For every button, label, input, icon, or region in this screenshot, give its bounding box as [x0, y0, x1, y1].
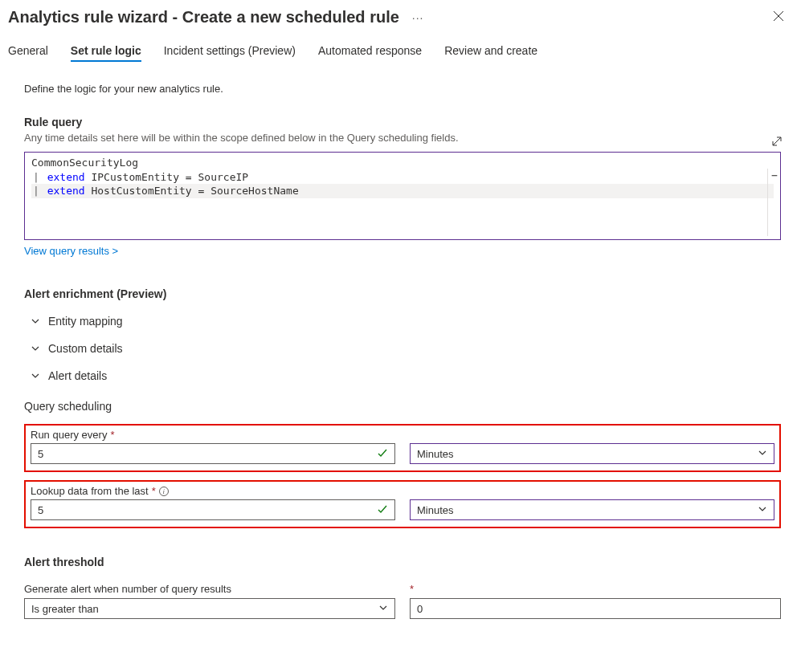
- fold-marker[interactable]: −: [767, 169, 778, 236]
- rule-query-heading: Rule query: [24, 116, 781, 128]
- chevron-down-icon: [378, 603, 388, 615]
- rule-query-subtext: Any time details set here will be within…: [24, 132, 781, 144]
- tab-bar: General Set rule logic Incident settings…: [8, 44, 789, 62]
- chevron-down-icon: [31, 371, 40, 381]
- lookup-data-group: Lookup data from the last* i 5 Minutes: [24, 480, 781, 528]
- lookup-data-value[interactable]: 5: [31, 499, 395, 520]
- run-query-every-value[interactable]: 5: [31, 443, 395, 464]
- chevron-down-icon: [758, 448, 767, 460]
- chevron-down-icon: [758, 504, 767, 516]
- check-icon: [377, 447, 388, 461]
- alert-threshold-heading: Alert threshold: [24, 556, 781, 568]
- view-query-results-link[interactable]: View query results >: [24, 245, 118, 257]
- tab-general[interactable]: General: [8, 44, 48, 62]
- accordion-label: Alert details: [48, 369, 107, 382]
- accordion-entity-mapping[interactable]: Entity mapping: [31, 315, 781, 328]
- query-editor[interactable]: CommonSecurityLog | extend IPCustomEntit…: [24, 152, 781, 240]
- accordion-label: Custom details: [48, 342, 123, 355]
- threshold-operator-select[interactable]: Is greater than: [24, 598, 395, 619]
- tab-set-rule-logic[interactable]: Set rule logic: [71, 44, 141, 62]
- info-icon[interactable]: i: [159, 487, 169, 496]
- close-icon[interactable]: [773, 10, 789, 24]
- run-query-every-label: Run query every*: [31, 429, 774, 441]
- chevron-down-icon: [31, 344, 40, 353]
- threshold-label: Generate alert when number of query resu…: [24, 583, 395, 595]
- expand-icon[interactable]: [771, 136, 783, 149]
- threshold-value-input[interactable]: 0: [410, 598, 781, 619]
- lookup-data-label: Lookup data from the last* i: [31, 485, 774, 497]
- accordion-alert-details[interactable]: Alert details: [31, 369, 781, 382]
- chevron-down-icon: [31, 316, 40, 326]
- page-title: Analytics rule wizard - Create a new sch…: [8, 8, 424, 26]
- check-icon: [377, 503, 388, 517]
- accordion-custom-details[interactable]: Custom details: [31, 342, 781, 355]
- tab-automated-response[interactable]: Automated response: [318, 44, 422, 62]
- tab-incident-settings[interactable]: Incident settings (Preview): [164, 44, 296, 62]
- threshold-required-mark: *: [410, 583, 781, 595]
- tab-review-create[interactable]: Review and create: [444, 44, 537, 62]
- accordion-label: Entity mapping: [48, 315, 123, 328]
- intro-text: Define the logic for your new analytics …: [24, 83, 781, 95]
- more-icon[interactable]: ···: [412, 11, 424, 24]
- alert-enrichment-heading: Alert enrichment (Preview): [24, 287, 781, 300]
- run-query-every-unit[interactable]: Minutes: [410, 443, 774, 464]
- lookup-data-unit[interactable]: Minutes: [410, 499, 774, 520]
- query-scheduling-heading: Query scheduling: [24, 400, 781, 413]
- run-query-every-group: Run query every* 5 Minutes: [24, 424, 781, 472]
- svg-line-2: [773, 137, 781, 145]
